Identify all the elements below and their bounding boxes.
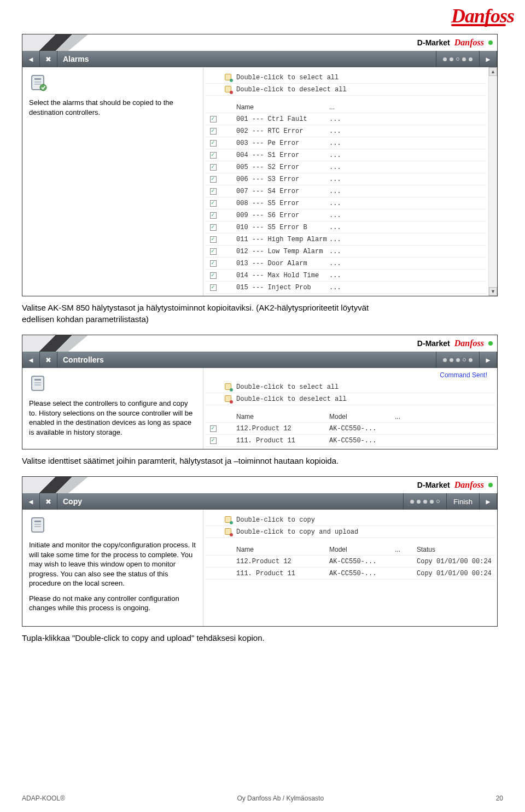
status-dot-icon	[488, 40, 493, 45]
item-name: 005 --- S2 Error	[236, 163, 329, 171]
list-item[interactable]: 111. Product 11AK-CC550-...	[206, 435, 495, 447]
toolbar-title: Alarms	[57, 51, 436, 67]
checkbox[interactable]	[210, 437, 217, 444]
status-dot-icon	[488, 341, 493, 346]
checkbox[interactable]	[210, 128, 217, 135]
header-label: D-Market	[417, 38, 450, 47]
copy-row[interactable]: Double-click to copy	[206, 514, 495, 526]
checkbox[interactable]	[210, 176, 217, 183]
item-name: 111. Product 11	[236, 437, 329, 445]
toolbar-title: Copy	[57, 493, 404, 510]
checkbox[interactable]	[210, 284, 217, 291]
list-item[interactable]: 112.Product 12AK-CC550-...	[206, 423, 495, 435]
list-item[interactable]: 005 --- S2 Error...	[206, 161, 486, 173]
list-item[interactable]: 007 --- S4 Error...	[206, 185, 486, 197]
close-button[interactable]: ✖	[40, 51, 57, 67]
item-name: 111. Product 11	[236, 570, 329, 577]
corner-art	[22, 335, 88, 352]
checkbox[interactable]	[210, 236, 217, 243]
checkbox[interactable]	[210, 164, 217, 171]
back-button[interactable]: ◄	[22, 51, 40, 67]
close-button[interactable]: ✖	[40, 493, 57, 510]
list-item[interactable]: 006 --- S3 Error...	[206, 173, 486, 185]
forward-button[interactable]: ►	[480, 352, 497, 368]
footer-left: ADAP-KOOL®	[22, 795, 65, 802]
caption-1: Valitse AK-SM 850 hälytystasot ja hälyty…	[22, 302, 503, 325]
back-button[interactable]: ◄	[22, 493, 40, 510]
item-name: 015 --- Inject Prob	[236, 284, 329, 291]
forward-button[interactable]: ►	[480, 51, 497, 67]
checkbox[interactable]	[210, 152, 217, 159]
corner-art	[22, 34, 88, 51]
svg-rect-11	[34, 524, 41, 525]
select-all-icon	[225, 383, 232, 391]
scroll-down-button[interactable]: ▼	[489, 287, 497, 296]
list-item[interactable]: 010 --- S5 Error B...	[206, 221, 486, 233]
item-name: 008 --- S5 Error	[236, 200, 329, 207]
list-item[interactable]: 001 --- Ctrl Fault...	[206, 113, 486, 125]
item-status: Copy 01/01/00 00:24	[417, 558, 495, 565]
list-item[interactable]: 002 --- RTC Error...	[206, 125, 486, 137]
copy-icon	[225, 516, 232, 524]
list-header: Name Model ... Status	[206, 544, 495, 556]
list-item[interactable]: 003 --- Pe Error...	[206, 137, 486, 149]
checkbox[interactable]	[210, 425, 217, 432]
select-all-row[interactable]: Double-click to select all	[206, 72, 486, 84]
instructions: Please select the controllers to configu…	[29, 399, 196, 437]
close-button[interactable]: ✖	[40, 352, 57, 368]
caption-2: Valitse identtiset säätimet joihin param…	[22, 455, 503, 466]
checkbox[interactable]	[210, 140, 217, 147]
item-model: AK-CC550-...	[329, 558, 395, 565]
deselect-all-row[interactable]: Double-click to deselect all	[206, 393, 495, 405]
header-logo-icon: Danfoss	[454, 338, 484, 348]
svg-rect-1	[34, 78, 41, 80]
list-item[interactable]: 112.Product 12AK-CC550-...Copy 01/01/00 …	[206, 556, 495, 568]
progress-dots	[436, 352, 480, 368]
scrollbar[interactable]: ▲ ▼	[488, 67, 497, 296]
list-item[interactable]: 015 --- Inject Prob...	[206, 282, 486, 294]
checkbox[interactable]	[210, 200, 217, 207]
item-name: 009 --- S6 Error	[236, 212, 329, 219]
checkbox[interactable]	[210, 116, 217, 122]
item-name: 010 --- S5 Error B	[236, 224, 329, 231]
window-copy: D-Market Danfoss ◄ ✖ Copy Finish ► Initi…	[22, 476, 498, 627]
wizard-icon	[29, 373, 49, 393]
checkbox[interactable]	[210, 224, 217, 231]
copy-upload-icon	[225, 528, 232, 536]
select-all-icon	[225, 74, 232, 81]
svg-rect-8	[34, 384, 41, 385]
list-item[interactable]: 011 --- High Temp Alarm...	[206, 233, 486, 246]
forward-button[interactable]: ►	[480, 493, 497, 510]
checkbox[interactable]	[210, 272, 217, 279]
list-item[interactable]: 004 --- S1 Error...	[206, 149, 486, 161]
item-name: 112.Product 12	[236, 558, 329, 565]
toolbar: ◄ ✖ Controllers ►	[22, 352, 497, 368]
finish-button[interactable]: Finish	[447, 493, 480, 510]
item-name: 001 --- Ctrl Fault	[236, 115, 329, 123]
deselect-all-row[interactable]: Double-click to deselect all	[206, 84, 486, 96]
header-label: D-Market	[417, 481, 450, 489]
checkbox[interactable]	[210, 188, 217, 195]
checkbox[interactable]	[210, 212, 217, 219]
list-item[interactable]: 009 --- S6 Error...	[206, 209, 486, 221]
list-header: Name ...	[206, 101, 486, 113]
checkbox[interactable]	[210, 260, 217, 267]
scroll-up-button[interactable]: ▲	[489, 67, 497, 76]
list-item[interactable]: 111. Product 11AK-CC550-...Copy 01/01/00…	[206, 568, 495, 580]
select-all-row[interactable]: Double-click to select all	[206, 381, 495, 393]
progress-dots	[404, 493, 447, 510]
copy-upload-row[interactable]: Double-click to copy and upload	[206, 526, 495, 538]
window-alarms: D-Market Danfoss ◄ ✖ Alarms ► Select the…	[22, 34, 498, 296]
list-item[interactable]: 012 --- Low Temp Alarm...	[206, 246, 486, 258]
list-item[interactable]: 013 --- Door Alarm...	[206, 258, 486, 270]
list-item[interactable]: 008 --- S5 Error...	[206, 197, 486, 209]
list-item[interactable]: 014 --- Max Hold Time...	[206, 270, 486, 282]
item-model: AK-CC550-...	[329, 425, 395, 433]
footer-page: 20	[496, 795, 503, 802]
checkbox[interactable]	[210, 248, 217, 255]
item-name: 012 --- Low Temp Alarm	[236, 248, 329, 255]
back-button[interactable]: ◄	[22, 352, 40, 368]
item-name: 006 --- S3 Error	[236, 176, 329, 183]
wizard-icon	[29, 73, 49, 92]
item-name: 004 --- S1 Error	[236, 151, 329, 159]
